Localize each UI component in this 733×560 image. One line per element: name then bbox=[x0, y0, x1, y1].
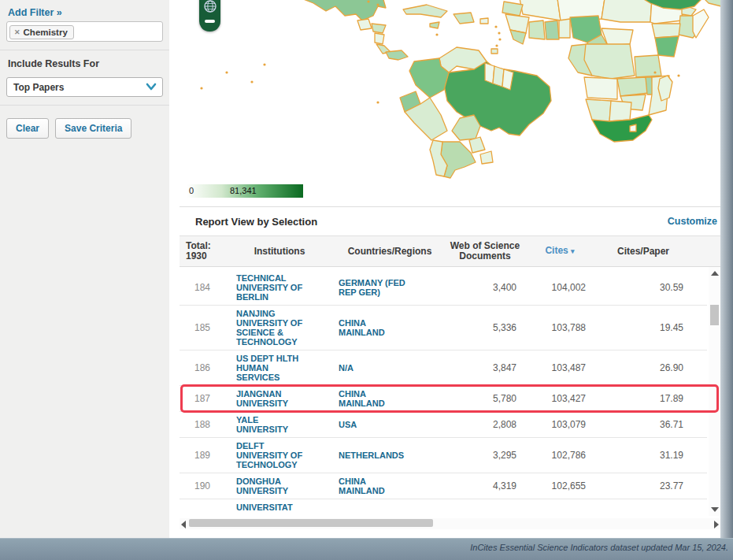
wos-documents-cell: 2,808 bbox=[446, 420, 524, 429]
table-row[interactable]: UNIVERSITAT bbox=[180, 499, 707, 515]
sidebar-divider bbox=[0, 105, 169, 106]
wos-documents-cell: 5,336 bbox=[446, 323, 524, 332]
scroll-up-arrow-icon[interactable] bbox=[711, 271, 719, 276]
country-link[interactable] bbox=[334, 503, 446, 512]
map-zoom-control[interactable] bbox=[199, 0, 220, 32]
country-link[interactable]: N/A bbox=[334, 363, 446, 373]
page-background-edge bbox=[720, 0, 733, 538]
cites-per-paper-cell: 26.90 bbox=[595, 363, 691, 373]
cites-cell: 102,655 bbox=[524, 481, 595, 491]
clear-button[interactable]: Clear bbox=[6, 118, 49, 139]
filter-chip-chemistry[interactable]: ✕ Chemistry bbox=[9, 25, 74, 39]
zoom-out-minus-icon[interactable] bbox=[205, 20, 215, 23]
rank-cell: 190 bbox=[180, 481, 225, 491]
institution-link[interactable]: NANJING UNIVERSITY OF SCIENCE & TECHNOLO… bbox=[225, 309, 334, 347]
table-vertical-scrollbar[interactable] bbox=[709, 267, 720, 516]
esi-page: Add Filter » ✕ Chemistry Include Results… bbox=[0, 0, 733, 560]
cites-per-paper-cell: 30.59 bbox=[595, 283, 691, 292]
scroll-down-arrow-icon[interactable] bbox=[711, 507, 719, 512]
rank-cell: 188 bbox=[180, 420, 225, 429]
table-horizontal-scrollbar[interactable] bbox=[180, 518, 720, 529]
globe-icon[interactable] bbox=[203, 0, 217, 17]
country-link[interactable]: CHINA MAINLAND bbox=[334, 318, 446, 337]
wos-documents-cell: 3,847 bbox=[446, 363, 524, 373]
cites-per-paper-cell: 23.77 bbox=[595, 481, 691, 491]
rank-cell: 185 bbox=[180, 323, 225, 332]
table-row[interactable]: 184 TECHNICAL UNIVERSITY OF BERLIN GERMA… bbox=[180, 270, 707, 306]
table-row[interactable]: 185 NANJING UNIVERSITY OF SCIENCE & TECH… bbox=[180, 306, 707, 350]
cites-cell: 104,002 bbox=[524, 283, 595, 292]
country-link[interactable]: CHINA MAINLAND bbox=[334, 389, 446, 408]
column-header-cites-per-paper: Cites/Paper bbox=[595, 247, 691, 257]
rank-cell: 184 bbox=[180, 283, 225, 292]
include-results-label: Include Results For bbox=[8, 58, 163, 69]
cites-cell: 102,786 bbox=[524, 451, 595, 460]
sidebar-divider bbox=[0, 50, 169, 50]
results-for-select[interactable]: Top Papers bbox=[6, 77, 163, 97]
column-header-total: Total: 1930 bbox=[180, 241, 225, 261]
wos-documents-cell: 4,319 bbox=[446, 481, 524, 491]
save-criteria-button[interactable]: Save Criteria bbox=[55, 118, 131, 139]
table-row[interactable]: 188 YALE UNIVERSITY USA 2,808 103,079 36… bbox=[180, 412, 707, 438]
cites-per-paper-cell: 19.45 bbox=[595, 323, 691, 332]
dataset-updated-note: InCites Essential Science Indicators dat… bbox=[470, 543, 728, 560]
cites-per-paper-cell: 36.71 bbox=[595, 420, 691, 429]
table-row[interactable]: 187 JIANGNAN UNIVERSITY CHINA MAINLAND 5… bbox=[180, 386, 707, 412]
map-color-legend: 0 81,341 bbox=[187, 184, 303, 198]
column-header-institutions: Institutions bbox=[225, 247, 334, 257]
cites-cell: 103,079 bbox=[524, 420, 595, 429]
results-for-value: Top Papers bbox=[13, 82, 64, 93]
report-section: Report View by Selection Customize Total… bbox=[180, 206, 720, 529]
institution-link[interactable]: JIANGNAN UNIVERSITY bbox=[225, 389, 334, 408]
institution-link[interactable]: TECHNICAL UNIVERSITY OF BERLIN bbox=[225, 273, 334, 302]
wos-documents-cell: 3,400 bbox=[446, 283, 524, 292]
rank-cell: 186 bbox=[180, 363, 225, 373]
rank-cell: 187 bbox=[180, 394, 225, 403]
cites-cell: 103,487 bbox=[524, 363, 595, 373]
cites-cell: 103,788 bbox=[524, 323, 595, 332]
country-link[interactable]: NETHERLANDS bbox=[334, 451, 446, 460]
institution-link[interactable]: UNIVERSITAT bbox=[225, 503, 334, 512]
country-link[interactable]: CHINA MAINLAND bbox=[334, 477, 446, 495]
remove-filter-icon[interactable]: ✕ bbox=[14, 28, 20, 36]
cites-cell: 103,427 bbox=[524, 394, 595, 403]
table-row[interactable]: 190 DONGHUA UNIVERSITY CHINA MAINLAND 4,… bbox=[180, 473, 707, 499]
wos-documents-cell: 5,780 bbox=[446, 394, 524, 403]
world-map[interactable] bbox=[180, 0, 720, 181]
column-header-wos-documents: Web of Science Documents bbox=[446, 241, 524, 261]
horizontal-scroll-thumb[interactable] bbox=[189, 519, 433, 527]
column-header-countries: Countries/Regions bbox=[334, 247, 446, 257]
institution-link[interactable]: US DEPT HLTH HUMAN SERVICES bbox=[225, 354, 334, 382]
country-link[interactable]: USA bbox=[334, 420, 446, 429]
legend-max-value: 81,341 bbox=[230, 186, 257, 195]
table-body-viewport: UNIVERSITY MAINLAND 184 TECHNICAL UN bbox=[180, 267, 720, 516]
report-view-title: Report View by Selection bbox=[195, 216, 317, 228]
cites-per-paper-cell: 17.89 bbox=[595, 394, 691, 403]
vertical-scroll-thumb[interactable] bbox=[710, 305, 719, 325]
active-filters-box[interactable]: ✕ Chemistry bbox=[6, 21, 163, 42]
table-rows: UNIVERSITY MAINLAND 184 TECHNICAL UN bbox=[180, 267, 707, 515]
institution-link[interactable]: DONGHUA UNIVERSITY bbox=[225, 477, 334, 495]
page-footer: InCites Essential Science Indicators dat… bbox=[0, 538, 733, 560]
wos-documents-cell: 3,295 bbox=[446, 451, 524, 460]
main-panel: 0 81,341 Report View by Selection Custom… bbox=[169, 0, 720, 538]
institution-link[interactable]: YALE UNIVERSITY bbox=[225, 415, 334, 434]
legend-min-value: 0 bbox=[189, 186, 194, 195]
add-filter-link[interactable]: Add Filter » bbox=[8, 7, 62, 18]
customize-link[interactable]: Customize bbox=[668, 216, 717, 227]
cites-per-paper-cell: 31.19 bbox=[595, 451, 691, 460]
chevron-down-icon bbox=[145, 80, 157, 95]
scroll-right-arrow-icon[interactable] bbox=[714, 521, 719, 528]
table-row[interactable]: 189 DELFT UNIVERSITY OF TECHNOLOGY NETHE… bbox=[180, 438, 707, 473]
country-link[interactable]: GERMANY (FED REP GER) bbox=[334, 278, 446, 297]
map-countries bbox=[298, 0, 720, 178]
column-header-cites-sort[interactable]: Cites ▾ bbox=[524, 246, 595, 257]
scroll-left-arrow-icon[interactable] bbox=[181, 521, 186, 528]
map-area: 0 81,341 bbox=[169, 0, 720, 206]
table-header-row: Total: 1930 Institutions Countries/Regio… bbox=[180, 235, 720, 267]
filter-sidebar: Add Filter » ✕ Chemistry Include Results… bbox=[0, 0, 169, 538]
institution-link[interactable]: DELFT UNIVERSITY OF TECHNOLOGY bbox=[225, 441, 334, 469]
table-row[interactable]: 186 US DEPT HLTH HUMAN SERVICES N/A 3,84… bbox=[180, 350, 707, 386]
sort-descending-icon: ▾ bbox=[571, 247, 575, 255]
filter-chip-label: Chemistry bbox=[24, 28, 68, 37]
